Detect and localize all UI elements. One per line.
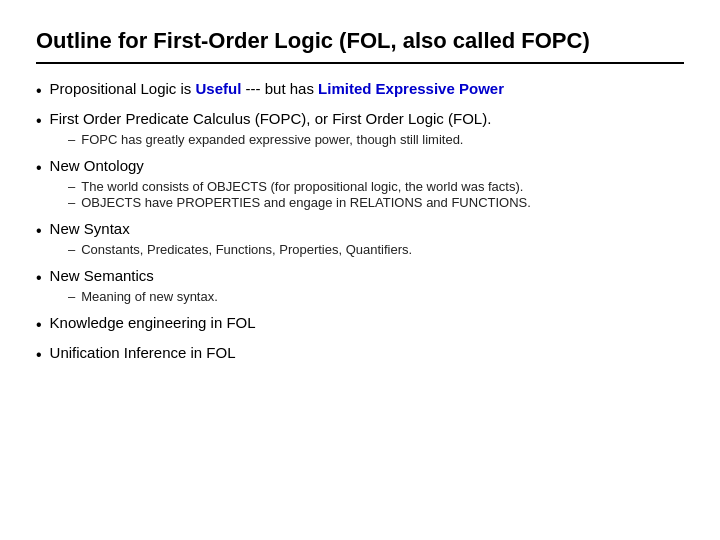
sub-dash-2-1: – <box>68 132 75 147</box>
bullet-item-5: • New Semantics – Meaning of new syntax. <box>36 267 684 304</box>
bullet-main-3: • New Ontology <box>36 157 684 177</box>
bullet-item-3: • New Ontology – The world consists of O… <box>36 157 684 210</box>
bullet-text-4: New Syntax <box>50 220 684 237</box>
sub-text-4-1: Constants, Predicates, Functions, Proper… <box>81 242 412 257</box>
sub-text-3-1: The world consists of OBJECTS (for propo… <box>81 179 523 194</box>
sub-text-3-2: OBJECTS have PROPERTIES and engage in RE… <box>81 195 531 210</box>
sub-dash-5-1: – <box>68 289 75 304</box>
bullet-item-7: • Unification Inference in FOL <box>36 344 684 364</box>
bullet-main-1: • Propositional Logic is Useful --- but … <box>36 80 684 100</box>
text-useful: Useful <box>196 80 242 97</box>
slide: Outline for First-Order Logic (FOL, also… <box>0 0 720 540</box>
bullet-dot-3: • <box>36 159 42 177</box>
sub-bullet-5-1: – Meaning of new syntax. <box>68 289 684 304</box>
sub-dash-4-1: – <box>68 242 75 257</box>
title-divider <box>36 62 684 64</box>
bullet-item-4: • New Syntax – Constants, Predicates, Fu… <box>36 220 684 257</box>
bullet-dot-4: • <box>36 222 42 240</box>
sub-text-5-1: Meaning of new syntax. <box>81 289 218 304</box>
bullet-dot-1: • <box>36 82 42 100</box>
bullet-text-6: Knowledge engineering in FOL <box>50 314 684 331</box>
sub-bullets-5: – Meaning of new syntax. <box>68 289 684 304</box>
bullet-text-1: Propositional Logic is Useful --- but ha… <box>50 80 684 97</box>
sub-bullets-2: – FOPC has greatly expanded expressive p… <box>68 132 684 147</box>
sub-bullet-2-1: – FOPC has greatly expanded expressive p… <box>68 132 684 147</box>
bullet-dot-6: • <box>36 316 42 334</box>
content-area: • Propositional Logic is Useful --- but … <box>36 80 684 364</box>
bullet-dot-2: • <box>36 112 42 130</box>
bullet-text-3: New Ontology <box>50 157 684 174</box>
text-limited: Limited Expressive Power <box>318 80 504 97</box>
bullet-text-7: Unification Inference in FOL <box>50 344 684 361</box>
slide-title: Outline for First-Order Logic (FOL, also… <box>36 28 684 54</box>
bullet-dot-7: • <box>36 346 42 364</box>
sub-bullet-3-1: – The world consists of OBJECTS (for pro… <box>68 179 684 194</box>
bullet-main-6: • Knowledge engineering in FOL <box>36 314 684 334</box>
bullet-text-2: First Order Predicate Calculus (FOPC), o… <box>50 110 684 127</box>
bullet-item-2: • First Order Predicate Calculus (FOPC),… <box>36 110 684 147</box>
sub-dash-3-1: – <box>68 179 75 194</box>
sub-bullets-4: – Constants, Predicates, Functions, Prop… <box>68 242 684 257</box>
bullet-item-6: • Knowledge engineering in FOL <box>36 314 684 334</box>
sub-dash-3-2: – <box>68 195 75 210</box>
bullet-text-5: New Semantics <box>50 267 684 284</box>
sub-text-2-1: FOPC has greatly expanded expressive pow… <box>81 132 463 147</box>
sub-bullet-3-2: – OBJECTS have PROPERTIES and engage in … <box>68 195 684 210</box>
bullet-main-4: • New Syntax <box>36 220 684 240</box>
bullet-main-7: • Unification Inference in FOL <box>36 344 684 364</box>
bullet-main-2: • First Order Predicate Calculus (FOPC),… <box>36 110 684 130</box>
sub-bullets-3: – The world consists of OBJECTS (for pro… <box>68 179 684 210</box>
bullet-item-1: • Propositional Logic is Useful --- but … <box>36 80 684 100</box>
bullet-dot-5: • <box>36 269 42 287</box>
sub-bullet-4-1: – Constants, Predicates, Functions, Prop… <box>68 242 684 257</box>
bullet-main-5: • New Semantics <box>36 267 684 287</box>
